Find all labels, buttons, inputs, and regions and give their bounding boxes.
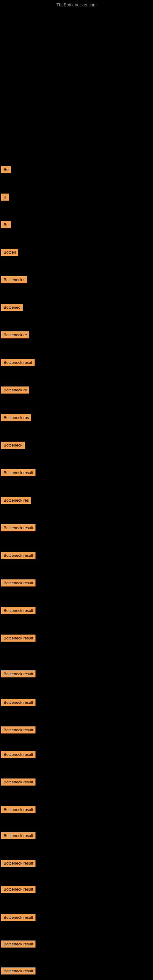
bottleneck-item: Bottleneck result bbox=[1, 860, 35, 867]
bottleneck-item: B bbox=[1, 194, 9, 200]
bottleneck-item: Bottleneck result bbox=[1, 670, 35, 678]
bottleneck-item: Bottleneck res bbox=[1, 414, 31, 421]
bottleneck-item: Bottleneck result bbox=[1, 914, 35, 921]
bottleneck-item: Bottleneck result bbox=[1, 940, 35, 948]
bottleneck-item: Bottleneck result bbox=[1, 469, 35, 476]
bottleneck-item: Bottleneck result bbox=[1, 699, 35, 706]
bottleneck-item: Bottleneck result bbox=[1, 726, 35, 733]
bottleneck-item: Bottleneck result bbox=[1, 607, 35, 614]
bottleneck-item: Bottleneck re bbox=[1, 331, 29, 339]
bottleneck-item: Bottleneck re bbox=[1, 387, 29, 393]
bottleneck-item: Bottleneck result bbox=[1, 778, 35, 786]
bottleneck-item: Bottleneck result bbox=[1, 524, 35, 531]
bottleneck-item: Bo bbox=[1, 166, 11, 173]
bottleneck-item: Bottleneck r bbox=[1, 276, 27, 283]
bottleneck-item: Bottleneck res bbox=[1, 497, 31, 504]
bottleneck-item: Bottleneck result bbox=[1, 552, 35, 559]
bottleneck-item: Bottleneck bbox=[1, 442, 25, 449]
site-title: TheBottlenecker.com bbox=[0, 0, 153, 10]
bottleneck-item: Bottleneck result bbox=[1, 579, 35, 587]
bottleneck-item: Bottlenec bbox=[1, 304, 22, 311]
bottleneck-item: Bottleneck result bbox=[1, 967, 35, 975]
bottleneck-item: Bottleneck resul bbox=[1, 359, 35, 366]
bottleneck-item: Bottleneck result bbox=[1, 886, 35, 893]
bottleneck-item: Bottleneck result bbox=[1, 751, 35, 758]
bottleneck-item: Bo bbox=[1, 221, 11, 228]
bottleneck-item: Bottleneck result bbox=[1, 832, 35, 839]
bottleneck-item: Bottlen bbox=[1, 249, 18, 256]
bottleneck-item: Bottleneck result bbox=[1, 806, 35, 813]
bottleneck-item: Bottleneck result bbox=[1, 635, 35, 641]
